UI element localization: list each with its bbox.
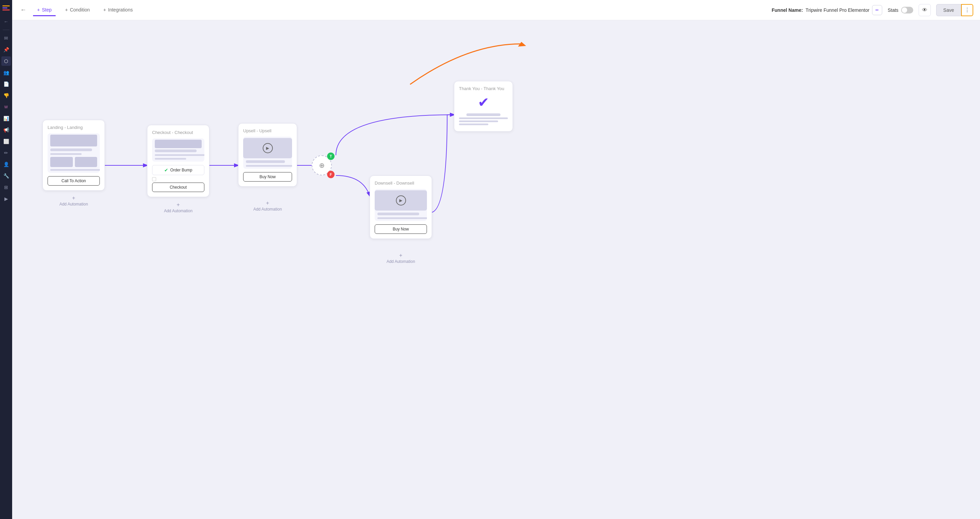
tab-step-plus: + [37,7,40,13]
downsell-add-automation[interactable]: + Add Automation [370,252,432,264]
logo-icon[interactable] [2,3,11,13]
sidebar-divider-1 [3,30,10,30]
sidebar-mail-icon[interactable]: ✉ [2,34,11,43]
tab-step-label: Step [42,7,52,13]
landing-add-automation[interactable]: + Add Automation [43,195,105,206]
upsell-buy-now-button[interactable]: Buy Now [243,172,292,182]
downsell-node-title: Downsell - Downsell [375,180,427,185]
true-badge: T [327,153,334,160]
main-content: ← + Step + Condition + Integrations Funn… [12,0,980,519]
downsell-node-preview: ▶ [375,189,427,221]
downsell-plus-icon[interactable]: + [370,252,432,259]
topbar: ← + Step + Condition + Integrations Funn… [12,0,980,20]
sidebar-user-icon[interactable]: 👤 [2,160,11,169]
landing-node-title: Landing - Landing [48,125,100,130]
sidebar-megaphone-icon[interactable]: 📢 [2,125,11,135]
downsell-node[interactable]: Downsell - Downsell ▶ Buy Now [370,176,432,239]
sidebar-contacts-icon[interactable]: 👥 [2,68,11,77]
downsell-buy-now-button[interactable]: Buy Now [375,224,427,234]
sidebar-pages-icon[interactable]: 📄 [2,79,11,89]
sidebar-thumb-icon[interactable]: 👎 [2,91,11,100]
funnel-name-section: Funnel Name: Tripwire Funnel Pro Element… [772,5,882,15]
canvas[interactable]: Landing - Landing Call To Action [12,20,980,519]
sidebar-funnel-icon[interactable]: ⬡ [2,56,11,66]
tab-condition[interactable]: + Condition [61,5,94,16]
checkout-plus-icon[interactable]: + [147,202,209,208]
more-options-button[interactable]: ⋮ [961,4,973,16]
downsell-play-icon: ▶ [396,195,406,206]
landing-node[interactable]: Landing - Landing Call To Action [43,120,105,191]
landing-node-preview [48,133,100,173]
stats-toggle[interactable] [901,7,913,13]
split-node[interactable]: ⊕ T F [312,155,332,176]
sidebar-settings-icon[interactable]: 🔧 [2,171,11,180]
thankyou-node-title: Thank You - Thank You [459,86,508,91]
upsell-node[interactable]: Upsell - Upsell ▶ Buy Now [238,123,297,187]
preview-button[interactable]: 👁 [919,4,931,16]
upsell-plus-icon[interactable]: + [238,200,297,206]
false-badge: F [327,171,334,178]
sidebar-play-icon[interactable]: ▶ [2,194,11,203]
sidebar-woo-icon[interactable]: W [2,102,11,112]
tab-condition-label: Condition [70,7,90,13]
sidebar-analytics-icon[interactable]: 📊 [2,114,11,123]
sidebar-edit-icon[interactable]: ✏ [2,148,11,158]
order-bump-check-icon: ✔ [164,168,168,173]
checkout-add-automation[interactable]: + Add Automation [147,202,209,213]
sidebar-pin-icon[interactable]: 📌 [2,45,11,54]
stats-label: Stats [888,7,898,13]
checkout-node-title: Checkout - Checkout [152,130,204,135]
checkout-button[interactable]: Checkout [152,182,204,192]
upsell-node-preview: ▶ [243,137,292,169]
thankyou-checkmark-icon: ✔ [459,94,508,110]
save-button[interactable]: Save [936,4,961,16]
sidebar-grid-icon[interactable]: ⊞ [2,182,11,192]
checkout-node[interactable]: Checkout - Checkout ✔ Order Bump [147,125,209,197]
checkout-node-preview [152,138,204,161]
funnel-name-label: Funnel Name: [772,7,803,13]
upsell-add-automation[interactable]: + Add Automation [238,200,297,212]
upsell-play-icon: ▶ [263,143,273,153]
stats-section: Stats [888,7,913,13]
thankyou-node[interactable]: Thank You - Thank You ✔ [454,81,513,132]
upsell-node-title: Upsell - Upsell [243,128,292,133]
tab-condition-plus: + [65,7,68,13]
tab-step[interactable]: + Step [33,5,56,16]
landing-plus-icon[interactable]: + [43,195,105,201]
sidebar: ← ✉ 📌 ⬡ 👥 📄 👎 W 📊 📢 ⬜ ✏ 👤 🔧 ⊞ ▶ [0,0,12,519]
edit-funnel-name-button[interactable]: ✏ [872,5,882,15]
sidebar-back-icon[interactable]: ← [2,17,11,26]
tab-integrations[interactable]: + Integrations [99,5,137,16]
save-group: Save ⋮ [936,4,973,16]
back-button[interactable]: ← [19,5,28,15]
tab-integrations-plus: + [103,7,106,13]
landing-cta-button[interactable]: Call To Action [48,176,100,185]
svg-marker-0 [518,42,526,46]
sidebar-block-icon[interactable]: ⬜ [2,137,11,146]
checkout-order-bump[interactable]: ✔ Order Bump [152,165,204,175]
funnel-name-value: Tripwire Funnel Pro Elementor [806,7,869,13]
tab-integrations-label: Integrations [108,7,133,13]
